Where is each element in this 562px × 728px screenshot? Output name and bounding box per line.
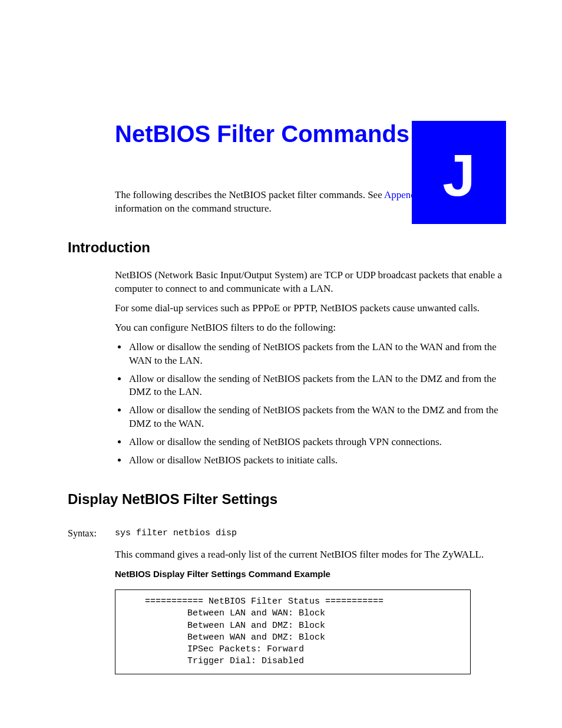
list-item: Allow or disallow the sending of NetBIOS… [128,373,506,400]
syntax-command: sys filter netbios disp [115,528,237,539]
example-line: =========== NetBIOS Filter Status ======… [145,597,384,607]
example-line: IPSec Packets: Forward [145,644,304,654]
appendix-letter: J [442,141,475,209]
list-item: Allow or disallow the sending of NetBIOS… [128,404,506,431]
display-desc: This command gives a read-only list of t… [115,548,506,562]
intro-p1: NetBIOS (Network Basic Input/Output Syst… [115,269,506,296]
intro-p2: For some dial-up services such as PPPoE … [115,302,506,315]
list-item: Allow or disallow NetBIOS packets to ini… [128,454,506,467]
example-line: Between LAN and WAN: Block [145,608,325,618]
example-title: NetBIOS Display Filter Settings Command … [115,569,506,579]
intro-bullet-list: Allow or disallow the sending of NetBIOS… [115,341,506,468]
example-line: Trigger Dial: Disabled [145,656,304,666]
syntax-row: Syntax: sys filter netbios disp [68,528,506,539]
appendix-tab: J [412,121,506,224]
example-line: Between LAN and DMZ: Block [145,621,325,631]
intro-text-pre: The following describes the NetBIOS pack… [115,189,384,200]
syntax-label: Syntax: [68,528,115,539]
example-output-box: =========== NetBIOS Filter Status ======… [115,589,471,674]
section-heading-introduction: Introduction [68,239,506,256]
list-item: Allow or disallow the sending of NetBIOS… [128,436,506,449]
example-line: Between WAN and DMZ: Block [145,633,325,643]
intro-p3: You can configure NetBIOS filters to do … [115,321,506,335]
section-heading-display: Display NetBIOS Filter Settings [68,491,506,508]
list-item: Allow or disallow the sending of NetBIOS… [128,341,506,368]
